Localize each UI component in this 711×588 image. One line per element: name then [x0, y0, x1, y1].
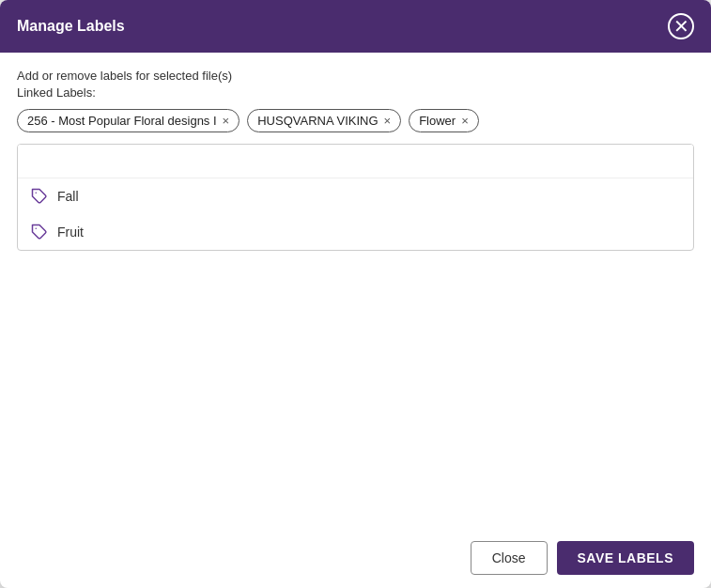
- dropdown-list: Fall Fruit: [18, 178, 693, 250]
- dialog-close-icon[interactable]: ✕: [668, 13, 694, 39]
- save-labels-button[interactable]: SAVE LABELS: [557, 541, 694, 575]
- tag-2: HUSQVARNA VIKING ×: [247, 109, 401, 132]
- fall-label-icon: [31, 188, 48, 205]
- label-dropdown-box: Fall Fruit: [17, 144, 694, 251]
- description-line2: Linked Labels:: [17, 85, 694, 101]
- tag-1-remove-button[interactable]: ×: [223, 115, 230, 127]
- tag-3-label: Flower: [419, 114, 456, 128]
- tag-3-remove-button[interactable]: ×: [461, 115, 469, 127]
- label-search-input[interactable]: [18, 145, 693, 178]
- tag-1-label: 256 - Most Popular Floral designs I: [27, 114, 217, 128]
- linked-labels-container: 256 - Most Popular Floral designs I × HU…: [17, 109, 694, 132]
- dialog-header: Manage Labels ✕: [0, 0, 711, 53]
- tag-2-label: HUSQVARNA VIKING: [257, 114, 378, 128]
- dialog-footer: Close SAVE LABELS: [0, 528, 711, 588]
- close-button[interactable]: Close: [471, 541, 548, 575]
- description: Add or remove labels for selected file(s…: [17, 68, 694, 101]
- description-line1: Add or remove labels for selected file(s…: [17, 68, 694, 85]
- tag-2-remove-button[interactable]: ×: [384, 115, 392, 127]
- tag-1: 256 - Most Popular Floral designs I ×: [17, 109, 240, 132]
- tag-3: Flower ×: [409, 109, 479, 132]
- dropdown-item-fruit[interactable]: Fruit: [18, 214, 693, 250]
- manage-labels-dialog: Manage Labels ✕ Add or remove labels for…: [0, 0, 711, 588]
- dropdown-item-fall-label: Fall: [57, 189, 79, 204]
- fruit-label-icon: [31, 224, 48, 240]
- dropdown-item-fruit-label: Fruit: [57, 224, 84, 240]
- dialog-title: Manage Labels: [17, 18, 125, 35]
- dropdown-item-fall[interactable]: Fall: [18, 178, 693, 214]
- dialog-body: Add or remove labels for selected file(s…: [0, 53, 711, 528]
